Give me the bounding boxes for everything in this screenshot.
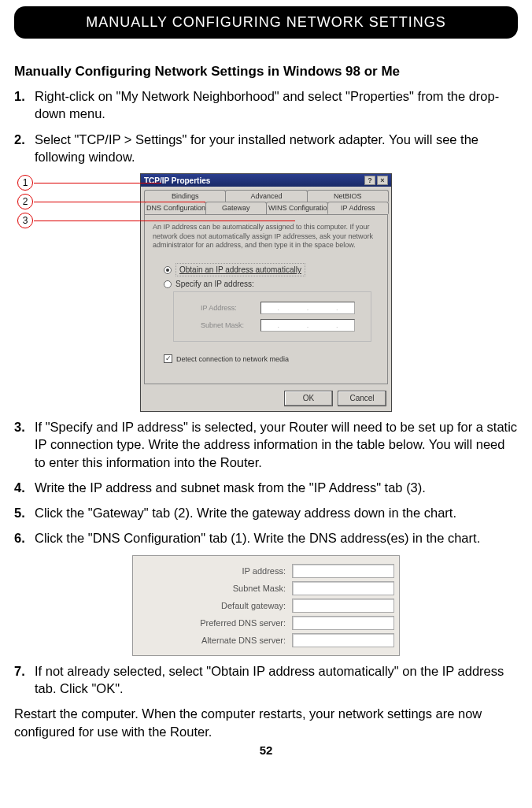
ip-address-input[interactable]: ... — [260, 302, 355, 314]
callout-1: 1 — [17, 175, 33, 191]
info-dns1-field[interactable] — [292, 616, 394, 630]
info-gateway-field[interactable] — [292, 599, 394, 613]
info-ip-row: IP address: — [138, 564, 394, 578]
callout-3: 3 — [17, 213, 33, 228]
tab-strip-row2: DNS Configuration Gateway WINS Configura… — [141, 202, 391, 214]
step-7: If not already selected, select "Obtain … — [14, 662, 518, 698]
detect-media-check[interactable]: ✓ Detect connection to network media — [164, 354, 379, 363]
subnet-row: Subnet Mask: ... — [201, 319, 368, 332]
cancel-button[interactable]: Cancel — [338, 391, 386, 406]
radio-specify[interactable]: Specify an IP address: — [164, 280, 379, 288]
radio-obtain-auto[interactable]: Obtain an IP address automatically — [164, 263, 379, 276]
tab-wins[interactable]: WINS Configuration — [266, 202, 328, 214]
subnet-label: Subnet Mask: — [201, 321, 256, 329]
steps-list-3: If not already selected, select "Obtain … — [14, 662, 518, 698]
page-header: MANUALLY CONFIGURING NETWORK SETTINGS — [14, 6, 518, 39]
steps-list-2: If "Specify and IP address" is selected,… — [14, 418, 518, 547]
info-subnet-field[interactable] — [292, 581, 394, 595]
figure-2-wrap: IP address: Subnet Mask: Default gateway… — [14, 555, 518, 656]
step-6: Click the "DNS Configuration" tab (1). W… — [14, 529, 518, 547]
info-gateway-label: Default gateway: — [138, 601, 287, 610]
dialog-titlebar: TCP/IP Properties ? × — [141, 174, 391, 187]
ok-button[interactable]: OK — [284, 391, 333, 406]
callout-1-label: 1 — [23, 177, 28, 188]
dialog-body: An IP address can be automatically assig… — [144, 214, 388, 384]
step-4: Write the IP address and subnet mask fro… — [14, 479, 518, 496]
detect-media-label: Detect connection to network media — [176, 355, 289, 363]
dialog-buttons: OK Cancel — [141, 387, 391, 411]
info-ip-label: IP address: — [138, 566, 287, 576]
help-button[interactable]: ? — [364, 176, 375, 185]
closing-text: Restart the computer. When the computer … — [14, 705, 518, 740]
info-subnet-row: Subnet Mask: — [138, 581, 394, 595]
tab-gateway[interactable]: Gateway — [205, 202, 268, 214]
info-gateway-row: Default gateway: — [138, 599, 394, 613]
radio-icon — [164, 266, 172, 274]
info-dns2-label: Alternate DNS server: — [138, 636, 287, 645]
callout-column: 1 2 3 — [17, 175, 33, 232]
callout-2: 2 — [17, 194, 33, 209]
radio-icon — [164, 280, 172, 288]
info-dns1-row: Preferred DNS server: — [138, 616, 394, 630]
tab-advanced[interactable]: Advanced — [225, 190, 307, 202]
tcpip-dialog: TCP/IP Properties ? × Bindings Advanced … — [140, 173, 392, 412]
tab-netbios[interactable]: NetBIOS — [307, 190, 389, 202]
radio-specify-label: Specify an IP address: — [175, 280, 254, 288]
callout-2-label: 2 — [23, 196, 28, 207]
subnet-input[interactable]: ... — [260, 319, 355, 332]
figure-1-wrap: 1 2 3 TCP/IP Properties ? × Bindings Adv… — [14, 173, 518, 412]
info-ip-field[interactable] — [292, 564, 394, 578]
info-subnet-label: Subnet Mask: — [138, 584, 287, 593]
close-button[interactable]: × — [377, 176, 388, 185]
info-dns2-field[interactable] — [292, 633, 394, 647]
page-number: 52 — [14, 743, 518, 757]
step-5: Click the "Gateway" tab (2). Write the g… — [14, 504, 518, 521]
radio-obtain-label: Obtain an IP address automatically — [175, 263, 305, 276]
tab-bindings[interactable]: Bindings — [144, 190, 226, 202]
step-3: If "Specify and IP address" is selected,… — [14, 418, 518, 471]
info-dns1-label: Preferred DNS server: — [138, 618, 287, 628]
info-table: IP address: Subnet Mask: Default gateway… — [132, 555, 400, 656]
section-subtitle: Manually Configuring Network Settings in… — [14, 64, 518, 80]
ip-address-row: IP Address: ... — [201, 302, 368, 314]
info-dns2-row: Alternate DNS server: — [138, 633, 394, 647]
dialog-description: An IP address can be automatically assig… — [153, 223, 379, 250]
callout-3-label: 3 — [23, 215, 28, 226]
tab-ip-address[interactable]: IP Address — [327, 202, 390, 214]
checkbox-icon: ✓ — [164, 354, 172, 363]
steps-list: Right-click on "My Network Neighborhood"… — [14, 87, 518, 165]
tab-strip-row1: Bindings Advanced NetBIOS — [141, 187, 391, 202]
step-2: Select "TCP/IP > Settings" for your inst… — [14, 131, 518, 166]
step-1: Right-click on "My Network Neighborhood"… — [14, 87, 518, 123]
ip-address-label: IP Address: — [201, 304, 256, 312]
tab-dns-config[interactable]: DNS Configuration — [144, 202, 206, 214]
